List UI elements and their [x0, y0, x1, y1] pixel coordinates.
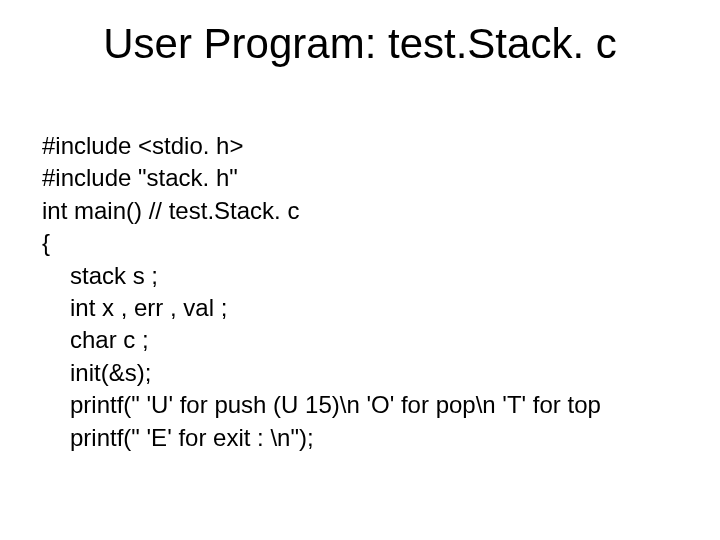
slide: User Program: test.Stack. c #include <st…	[0, 0, 720, 540]
code-line: init(&s);	[42, 357, 682, 389]
code-line: int x , err , val ;	[42, 292, 682, 324]
code-line: char c ;	[42, 324, 682, 356]
code-line: {	[42, 227, 682, 259]
code-line: #include <stdio. h>	[42, 130, 682, 162]
code-line: printf(" 'E' for exit : \n");	[42, 422, 682, 454]
code-line: int main() // test.Stack. c	[42, 195, 682, 227]
slide-title: User Program: test.Stack. c	[0, 20, 720, 68]
code-line: stack s ;	[42, 260, 682, 292]
code-line: #include "stack. h"	[42, 162, 682, 194]
code-block: #include <stdio. h> #include "stack. h" …	[42, 130, 682, 454]
code-line: printf(" 'U' for push (U 15)\n 'O' for p…	[42, 389, 682, 421]
